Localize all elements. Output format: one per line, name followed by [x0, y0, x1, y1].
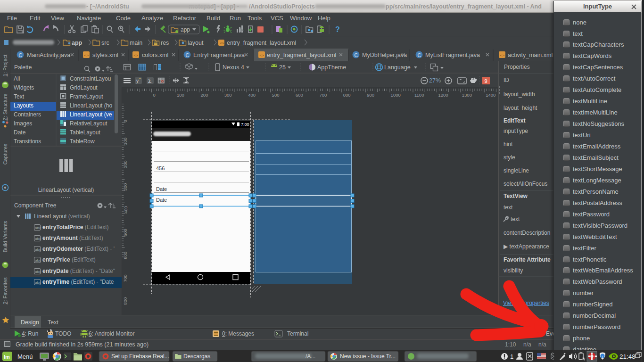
svg-text:/A...: /A... [305, 353, 315, 360]
svg-text:i: i [602, 354, 603, 359]
svg-text:Set up Firebase Real...: Set up Firebase Real... [111, 353, 169, 360]
svg-text:Descargas: Descargas [183, 353, 210, 360]
svg-text:New issue - Issue Tr...: New issue - Issue Tr... [340, 353, 396, 360]
svg-text:21:48: 21:48 [619, 353, 636, 360]
svg-text:1: 1 [510, 353, 513, 360]
svg-text:lm: lm [4, 354, 10, 360]
svg-text:Menú: Menú [17, 353, 33, 360]
